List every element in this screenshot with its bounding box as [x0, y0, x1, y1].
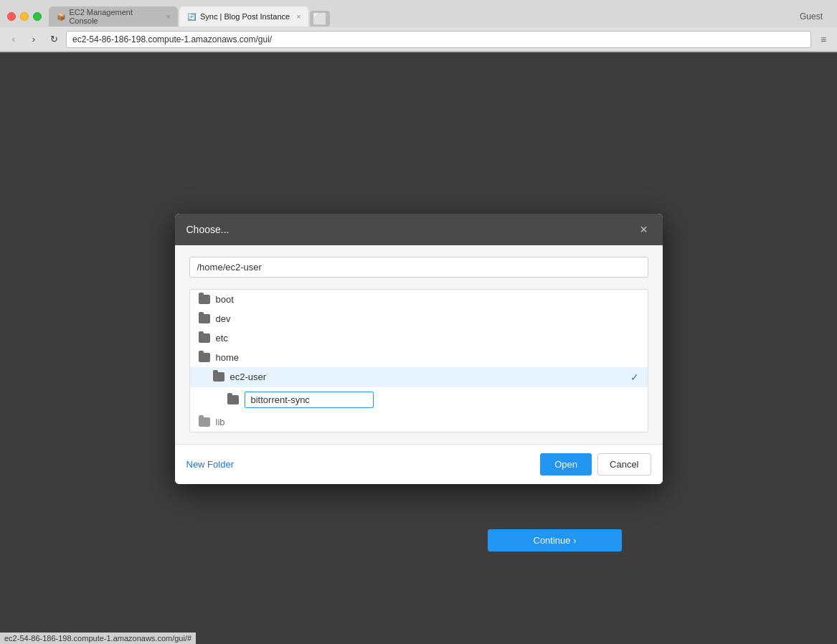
sync-tab-icon: 🔄	[186, 11, 197, 22]
folder-icon	[227, 395, 239, 404]
dialog-title: Choose...	[186, 224, 230, 235]
refresh-button[interactable]: ↻	[46, 32, 62, 47]
list-item[interactable]: etc	[190, 328, 648, 348]
dialog-actions: Open Cancel	[540, 453, 651, 475]
cancel-button[interactable]: Cancel	[597, 453, 651, 475]
browser-toolbar: ‹ › ↻ ec2-54-86-186-198.compute-1.amazon…	[0, 27, 837, 52]
menu-icon: ≡	[821, 34, 826, 45]
item-label: boot	[216, 294, 234, 305]
item-label: lib	[216, 417, 225, 427]
browser-menu-button[interactable]: ≡	[815, 32, 831, 47]
tab-ec2[interactable]: 📦 EC2 Management Console ×	[49, 6, 178, 27]
dialog-header: Choose... ×	[175, 214, 663, 245]
item-label: etc	[216, 333, 228, 344]
back-icon: ‹	[12, 34, 15, 44]
list-item[interactable]: boot	[190, 290, 648, 309]
guest-label: Guest	[793, 11, 830, 22]
browser-titlebar: 📦 EC2 Management Console × 🔄 Sync | Blog…	[0, 0, 837, 27]
sync-tab-close[interactable]: ×	[296, 13, 301, 21]
traffic-lights	[7, 12, 42, 21]
back-button[interactable]: ‹	[6, 32, 22, 47]
list-item[interactable]: lib	[190, 412, 648, 432]
folder-icon	[199, 333, 210, 343]
new-tab-button[interactable]: ⬜	[310, 11, 330, 27]
address-text: ec2-54-86-186-198.compute-1.amazonaws.co…	[72, 34, 272, 44]
forward-button[interactable]: ›	[26, 32, 42, 47]
forward-icon: ›	[32, 34, 35, 44]
page-background: Continue › Choose... × boot dev	[0, 52, 837, 644]
status-bar: ec2-54-86-186-198.compute-1.amazonaws.co…	[0, 633, 196, 644]
sync-tab-label: Sync | Blog Post Instance	[200, 12, 290, 21]
new-folder-button[interactable]: New Folder	[186, 459, 234, 470]
item-label: home	[216, 352, 240, 363]
ec2-tab-icon: 📦	[56, 11, 65, 22]
close-window-button[interactable]	[7, 12, 16, 21]
file-list: boot dev etc home	[189, 289, 648, 432]
folder-icon	[199, 417, 210, 427]
maximize-window-button[interactable]	[33, 12, 42, 21]
path-input[interactable]	[189, 257, 648, 278]
continue-button[interactable]: Continue ›	[488, 529, 622, 551]
ec2-tab-close[interactable]: ×	[166, 13, 171, 21]
folder-icon	[213, 372, 224, 382]
list-item-bittorrent-sync[interactable]	[190, 387, 648, 412]
choose-dialog: Choose... × boot dev	[175, 214, 663, 484]
ec2-tab-label: EC2 Management Console	[69, 8, 159, 25]
selected-checkmark: ✓	[630, 371, 639, 383]
new-folder-input[interactable]	[245, 392, 374, 408]
address-bar[interactable]: ec2-54-86-186-198.compute-1.amazonaws.co…	[66, 31, 811, 48]
list-item[interactable]: home	[190, 348, 648, 367]
folder-icon	[199, 295, 210, 304]
dialog-footer: New Folder Open Cancel	[175, 444, 663, 484]
item-label: dev	[216, 313, 231, 324]
folder-icon	[199, 353, 210, 362]
refresh-icon: ↻	[50, 34, 58, 44]
list-item-ec2-user[interactable]: ec2-user ✓	[190, 367, 648, 387]
folder-icon	[199, 314, 210, 323]
minimize-window-button[interactable]	[20, 12, 29, 21]
tab-sync[interactable]: 🔄 Sync | Blog Post Instance ×	[179, 6, 308, 27]
list-item[interactable]: dev	[190, 309, 648, 328]
new-tab-icon: ⬜	[313, 12, 327, 26]
browser-tabs: 📦 EC2 Management Console × 🔄 Sync | Blog…	[49, 6, 793, 27]
dialog-close-button[interactable]: ×	[637, 222, 651, 237]
dialog-body: boot dev etc home	[175, 245, 663, 444]
open-button[interactable]: Open	[540, 453, 592, 475]
item-label: ec2-user	[230, 371, 267, 382]
browser-chrome: 📦 EC2 Management Console × 🔄 Sync | Blog…	[0, 0, 837, 52]
